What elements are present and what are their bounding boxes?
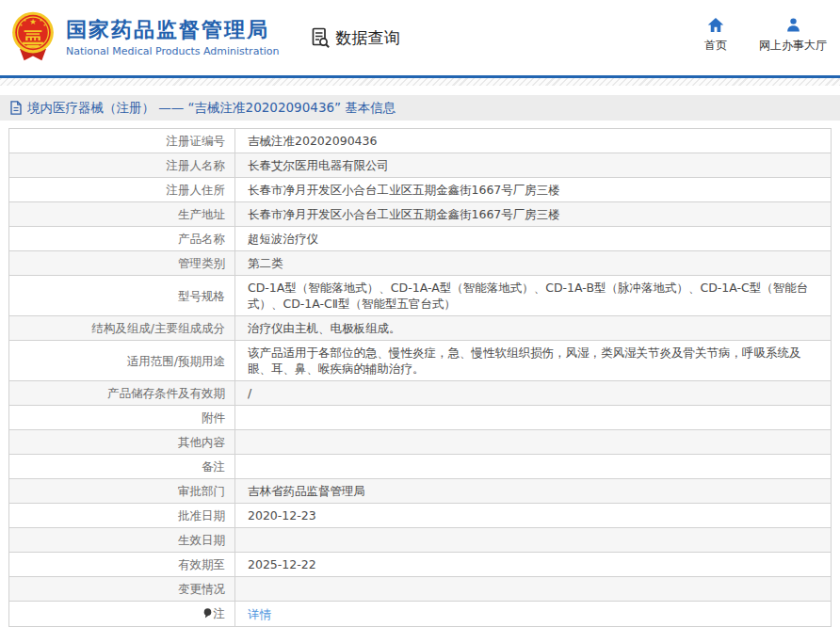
nav-service-hall-label: 网上办事大厅 <box>759 38 827 54</box>
row-label: 生效日期 <box>9 528 235 553</box>
row-value <box>235 528 832 553</box>
row-value: 2025-12-22 <box>235 553 832 577</box>
svg-text:★: ★ <box>43 23 47 27</box>
row-label: 生产地址 <box>9 202 235 227</box>
document-icon <box>9 101 23 115</box>
row-label: 变更情况 <box>9 577 235 602</box>
row-value: 第二类 <box>235 251 832 276</box>
org-name-cn: 国家药品监督管理局 <box>66 18 279 42</box>
row-label: 注册人住所 <box>9 178 235 202</box>
nav-home[interactable]: 首页 <box>704 17 727 54</box>
table-row: 生产地址长春市净月开发区小合台工业区五期金鑫街1667号厂房三楼 <box>9 202 832 227</box>
hatch-band <box>0 78 840 86</box>
row-value <box>235 577 832 602</box>
info-table: 注册证编号吉械注准20202090436注册人名称长春艾尔医用电器有限公司注册人… <box>8 128 832 627</box>
row-value: 长春艾尔医用电器有限公司 <box>235 153 832 178</box>
table-row: 型号规格CD-1A型（智能落地式）、CD-1A-A型（智能落地式）、CD-1A-… <box>9 276 832 316</box>
home-icon <box>707 17 724 33</box>
info-table-body: 注册证编号吉械注准20202090436注册人名称长春艾尔医用电器有限公司注册人… <box>9 129 832 627</box>
data-query-label: 数据查询 <box>335 27 399 49</box>
nav-service-hall[interactable]: 网上办事大厅 <box>759 17 827 54</box>
row-label: 有效期至 <box>9 553 235 577</box>
row-value: 详情 <box>235 602 832 627</box>
row-value: 治疗仪由主机、电极板组成。 <box>235 316 832 341</box>
row-label: 型号规格 <box>9 276 235 316</box>
row-value <box>235 406 832 430</box>
detail-link[interactable]: 详情 <box>248 607 271 621</box>
org-name-en: National Medical Products Administration <box>66 45 279 57</box>
row-label: 管理类别 <box>9 251 235 276</box>
row-label: 注 <box>9 602 235 627</box>
row-value: / <box>235 381 832 406</box>
row-label: 审批部门 <box>9 479 235 504</box>
row-value <box>235 430 832 455</box>
table-row: 审批部门吉林省药品监督管理局 <box>9 479 832 504</box>
document-search-icon <box>309 26 331 49</box>
table-row: 备注 <box>9 455 832 479</box>
table-row: 结构及组成/主要组成成分治疗仪由主机、电极板组成。 <box>9 316 832 341</box>
table-row: 变更情况 <box>9 577 832 602</box>
table-row: 注册人住所长春市净月开发区小合台工业区五期金鑫街1667号厂房三楼 <box>9 178 832 202</box>
table-row: 附件 <box>9 406 832 430</box>
row-label: 产品名称 <box>9 227 235 251</box>
table-row: 注详情 <box>9 602 832 627</box>
svg-text:★: ★ <box>20 23 24 27</box>
site-header: ★ ★ ★ ★ ★ 国家药品监督管理局 National Medical Pro… <box>0 0 840 75</box>
nav-home-label: 首页 <box>704 38 727 54</box>
table-row: 批准日期2020-12-23 <box>9 504 832 528</box>
row-label: 批准日期 <box>9 504 235 528</box>
row-value: 超短波治疗仪 <box>235 227 832 251</box>
org-names: 国家药品监督管理局 National Medical Products Admi… <box>66 18 279 57</box>
svg-text:★: ★ <box>24 18 27 23</box>
row-label: 附件 <box>9 406 235 430</box>
row-value: 该产品适用于各部位的急、慢性炎症，急、慢性软组织损伤，风湿，类风湿关节炎及骨关节… <box>235 341 832 381</box>
row-label: 注册人名称 <box>9 153 235 178</box>
row-label: 适用范围/预期用途 <box>9 341 235 381</box>
national-emblem-icon: ★ ★ ★ ★ ★ <box>9 10 57 65</box>
row-value: 2020-12-23 <box>235 504 832 528</box>
row-label: 注册证编号 <box>9 129 235 153</box>
row-label: 结构及组成/主要组成成分 <box>9 316 235 341</box>
table-row: 有效期至2025-12-22 <box>9 553 832 577</box>
header-nav: 首页 网上办事大厅 <box>704 17 827 54</box>
row-value: 长春市净月开发区小合台工业区五期金鑫街1667号厂房三楼 <box>235 178 832 202</box>
row-value: 吉林省药品监督管理局 <box>235 479 832 504</box>
row-label: 其他内容 <box>9 430 235 455</box>
table-row: 注册人名称长春艾尔医用电器有限公司 <box>9 153 832 178</box>
row-value: 长春市净月开发区小合台工业区五期金鑫街1667号厂房三楼 <box>235 202 832 227</box>
table-row: 注册证编号吉械注准20202090436 <box>9 129 832 153</box>
table-row: 生效日期 <box>9 528 832 553</box>
row-value: 吉械注准20202090436 <box>235 129 832 153</box>
balloon-icon <box>203 606 212 622</box>
data-query-title[interactable]: 数据查询 <box>309 26 399 49</box>
row-value <box>235 455 832 479</box>
table-row: 管理类别第二类 <box>9 251 832 276</box>
person-icon <box>785 17 801 33</box>
svg-text:★: ★ <box>29 17 37 26</box>
table-row: 产品名称超短波治疗仪 <box>9 227 832 251</box>
table-row: 其他内容 <box>9 430 832 455</box>
table-row: 产品储存条件及有效期/ <box>9 381 832 406</box>
table-row: 适用范围/预期用途该产品适用于各部位的急、慢性炎症，急、慢性软组织损伤，风湿，类… <box>9 341 832 381</box>
breadcrumb: 境内医疗器械（注册） —— “吉械注准20202090436” 基本信息 <box>0 95 840 121</box>
row-value: CD-1A型（智能落地式）、CD-1A-A型（智能落地式）、CD-1A-B型（脉… <box>235 276 832 316</box>
breadcrumb-text: 境内医疗器械（注册） —— “吉械注准20202090436” 基本信息 <box>27 100 396 117</box>
row-label: 备注 <box>9 455 235 479</box>
row-label: 产品储存条件及有效期 <box>9 381 235 406</box>
nmpa-logo[interactable]: ★ ★ ★ ★ ★ 国家药品监督管理局 National Medical Pro… <box>0 10 279 65</box>
svg-text:★: ★ <box>40 18 43 23</box>
